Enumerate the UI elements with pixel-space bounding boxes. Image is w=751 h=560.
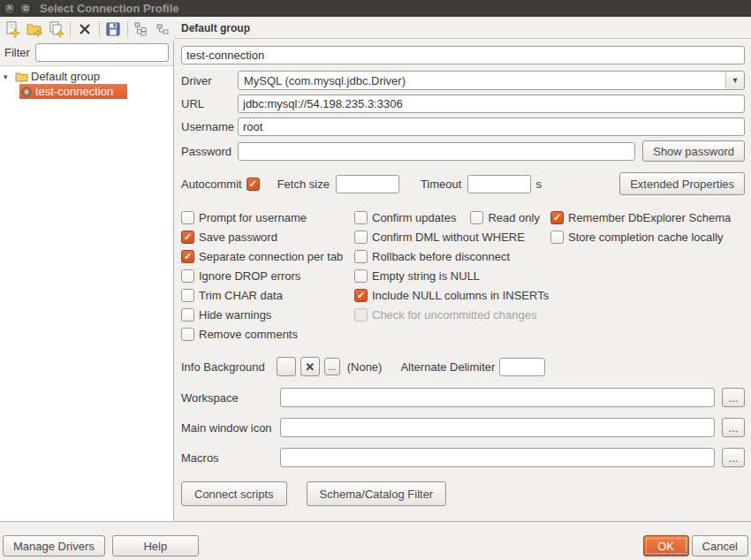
- options-grid: Prompt for username Save password Separa…: [181, 208, 745, 344]
- checkbox-icon: [354, 289, 368, 302]
- password-label: Password: [181, 145, 238, 158]
- expand-all-icon: [133, 21, 149, 37]
- maximize-button[interactable]: [19, 3, 32, 15]
- username-input[interactable]: [238, 117, 745, 136]
- info-background-label: Info Background: [181, 360, 265, 374]
- filter-row: Filter: [0, 41, 173, 65]
- collapse-all-icon: [156, 21, 171, 37]
- checkbox-icon: [181, 308, 194, 322]
- autocommit-row: Autocommit Fetch size Timeout s Extended…: [181, 172, 745, 195]
- save-icon: [104, 20, 122, 38]
- url-input[interactable]: [238, 95, 745, 113]
- checkbox-icon: [550, 211, 564, 224]
- cancel-button[interactable]: Cancel: [692, 535, 748, 556]
- tree-group-label: Default group: [31, 70, 100, 83]
- macros-label: Macros: [181, 451, 277, 465]
- main-window-icon-input[interactable]: [280, 418, 715, 437]
- checkbox-icon: [470, 211, 483, 224]
- info-background-browse-button[interactable]: ...: [324, 358, 340, 375]
- folder-icon: [15, 72, 28, 82]
- chevron-down-icon[interactable]: ▼: [725, 72, 744, 89]
- checkbox-separate-connection-per-tab[interactable]: Separate connection per tab: [181, 246, 354, 266]
- alternate-delimiter-input[interactable]: [499, 358, 545, 376]
- group-header: Default group: [175, 17, 751, 38]
- checkbox-hide-warnings[interactable]: Hide warnings: [181, 305, 354, 324]
- fetch-size-input[interactable]: [336, 175, 399, 193]
- timeout-input[interactable]: [467, 175, 531, 193]
- driver-select[interactable]: MySQL (com.mysql.jdbc.Driver) ▼: [238, 71, 745, 90]
- password-input[interactable]: [238, 142, 635, 161]
- url-label: URL: [181, 97, 238, 110]
- expander-icon[interactable]: ▾: [4, 72, 12, 81]
- checkbox-icon: [181, 250, 194, 263]
- checkbox-icon: [354, 250, 368, 263]
- toolbar: [0, 17, 174, 41]
- clear-color-button[interactable]: ✕: [300, 357, 320, 376]
- profile-name-input[interactable]: [181, 46, 745, 64]
- checkbox-remember-dbexplorer-schema[interactable]: Remember DbExplorer Schema: [550, 208, 745, 227]
- checkbox-rollback-before-disconnect[interactable]: Rollback before disconnect: [354, 246, 550, 266]
- autocommit-checkbox[interactable]: Autocommit: [181, 174, 260, 193]
- expand-groups-button[interactable]: [132, 19, 152, 39]
- copy-profile-button[interactable]: [46, 19, 66, 39]
- checkbox-read-only[interactable]: Read only: [470, 208, 540, 227]
- checkbox-icon: [354, 211, 368, 224]
- close-icon: ✕: [6, 4, 13, 12]
- save-button[interactable]: [103, 19, 124, 39]
- new-group-icon: [26, 20, 43, 38]
- fetch-size-label: Fetch size: [277, 178, 330, 191]
- url-row: URL: [181, 95, 745, 113]
- new-profile-button[interactable]: [2, 19, 22, 39]
- window-title: Select Connection Profile: [40, 2, 178, 15]
- checkbox-icon: [181, 269, 194, 283]
- connect-scripts-button[interactable]: Connect scripts: [181, 481, 287, 506]
- maximize-icon: [24, 6, 28, 11]
- checkbox-icon: [181, 289, 194, 302]
- checkbox-icon: [181, 211, 194, 224]
- autocommit-label: Autocommit: [181, 178, 242, 191]
- username-label: Username: [181, 120, 238, 133]
- filter-input[interactable]: [35, 43, 169, 62]
- checkbox-icon: [550, 231, 564, 244]
- profile-tree: ▾ Default group test-connection: [0, 65, 173, 521]
- new-group-button[interactable]: [24, 19, 44, 39]
- checkbox-trim-char-data[interactable]: Trim CHAR data: [181, 285, 354, 305]
- checkbox-icon: [181, 328, 194, 341]
- tree-group-default[interactable]: ▾ Default group: [0, 69, 173, 84]
- checkbox-empty-string-is-null[interactable]: Empty string is NULL: [354, 266, 550, 285]
- checkbox-ignore-drop-errors[interactable]: Ignore DROP errors: [181, 266, 354, 285]
- timeout-label: Timeout: [421, 178, 461, 191]
- macros-browse-button[interactable]: ...: [722, 448, 745, 467]
- checkbox-remove-comments[interactable]: Remove comments: [181, 324, 354, 344]
- help-button[interactable]: Help: [112, 535, 199, 556]
- checkbox-confirm-updates[interactable]: Confirm updates: [354, 208, 456, 227]
- main-window-icon-browse-button[interactable]: ...: [722, 418, 745, 437]
- info-background-value: (None): [347, 360, 383, 374]
- delete-profile-button[interactable]: [74, 19, 95, 39]
- checkbox-save-password[interactable]: Save password: [181, 227, 354, 246]
- manage-drivers-button[interactable]: Manage Drivers: [3, 535, 105, 556]
- info-background-row: Info Background ✕ ... (None) Alternate D…: [181, 356, 745, 377]
- workspace-browse-button[interactable]: ...: [722, 388, 745, 407]
- info-background-color-swatch[interactable]: [277, 357, 296, 376]
- alternate-delimiter-label: Alternate Delimiter: [400, 360, 495, 374]
- ok-button[interactable]: OK: [643, 535, 689, 556]
- tree-item-test-connection[interactable]: test-connection: [0, 84, 173, 99]
- workspace-label: Workspace: [181, 391, 277, 405]
- checkbox-confirm-dml-without-where[interactable]: Confirm DML without WHERE: [354, 227, 550, 246]
- checkbox-icon: [354, 269, 368, 283]
- macros-input[interactable]: [280, 448, 715, 467]
- checkbox-prompt-for-username[interactable]: Prompt for username: [181, 208, 354, 227]
- copy-profile-icon: [48, 20, 65, 38]
- connection-profile-dialog: ✕ Select Connection Profile: [0, 0, 751, 560]
- schema-catalog-filter-button[interactable]: Schema/Catalog Filter: [307, 481, 447, 506]
- checkbox-include-null-columns[interactable]: Include NULL columns in INSERTs: [354, 285, 550, 305]
- collapse-groups-button[interactable]: [154, 19, 174, 39]
- workspace-input[interactable]: [280, 388, 715, 407]
- checkbox-store-completion-cache[interactable]: Store completion cache locally: [550, 227, 745, 246]
- checkbox-icon: [354, 231, 368, 244]
- show-password-button[interactable]: Show password: [642, 140, 745, 162]
- extended-properties-button[interactable]: Extended Properties: [619, 172, 745, 195]
- tree-item-label: test-connection: [35, 85, 113, 98]
- close-button[interactable]: ✕: [4, 3, 16, 15]
